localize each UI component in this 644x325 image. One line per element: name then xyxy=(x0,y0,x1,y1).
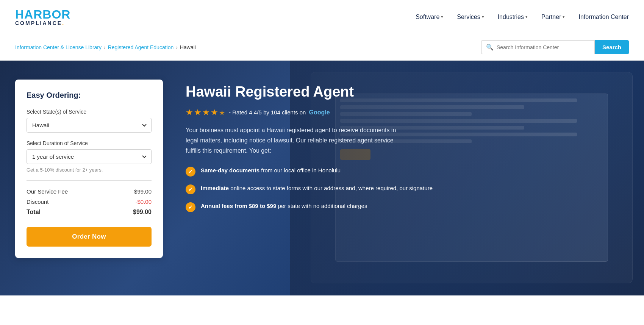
chevron-down-icon: ▾ xyxy=(482,14,484,19)
rating-stars: ★★★★★ xyxy=(186,108,226,117)
chevron-down-icon: ▾ xyxy=(525,14,528,19)
order-card: Easy Ordering: Select State(s) of Servic… xyxy=(15,80,163,258)
discount-note: Get a 5-10% discount for 2+ years. xyxy=(27,167,152,173)
breadcrumb-bar: Information Center & License Library › R… xyxy=(0,34,644,61)
top-nav: HARBOR COMPLIANCE. Software ▾ Services ▾… xyxy=(0,0,644,34)
total-value: $99.00 xyxy=(133,209,152,216)
state-label: Select State(s) of Service xyxy=(27,109,152,115)
check-icon-3 xyxy=(186,202,195,212)
check-icon-2 xyxy=(186,184,195,194)
service-fee-row: Our Service Fee $99.00 xyxy=(27,188,152,195)
nav-links: Software ▾ Services ▾ Industries ▾ Partn… xyxy=(416,14,629,20)
feature-list: Same-day documents from our local office… xyxy=(186,166,629,212)
check-icon-1 xyxy=(186,167,195,177)
total-row: Total $99.00 xyxy=(27,209,152,216)
service-fee-label: Our Service Fee xyxy=(27,188,68,195)
logo[interactable]: HARBOR COMPLIANCE. xyxy=(15,8,70,26)
hero-content: Hawaii Registered Agent ★★★★★ - Rated 4.… xyxy=(186,80,629,212)
feature-item-2: Immediate online access to state forms w… xyxy=(186,184,629,194)
order-now-button[interactable]: Order Now xyxy=(27,227,152,247)
search-field-wrap: 🔍 xyxy=(481,40,595,54)
chevron-down-icon: ▾ xyxy=(563,14,565,19)
breadcrumb: Information Center & License Library › R… xyxy=(15,44,196,50)
nav-industries[interactable]: Industries ▾ xyxy=(498,14,528,20)
nav-partner[interactable]: Partner ▾ xyxy=(541,14,565,20)
breadcrumb-reg-agent[interactable]: Registered Agent Education xyxy=(108,44,174,50)
breadcrumb-separator-1: › xyxy=(104,44,106,50)
breadcrumb-info-center[interactable]: Information Center & License Library xyxy=(15,44,102,50)
discount-row: Discount -$0.00 xyxy=(27,198,152,205)
nav-info-center[interactable]: Information Center xyxy=(578,14,629,20)
logo-compliance: COMPLIANCE. xyxy=(15,20,70,26)
duration-select[interactable]: 1 year of service xyxy=(27,149,152,164)
feature-text-1: Same-day documents from our local office… xyxy=(201,166,341,175)
nav-software[interactable]: Software ▾ xyxy=(416,14,443,20)
search-icon: 🔍 xyxy=(486,44,494,51)
hero-title: Hawaii Registered Agent xyxy=(186,83,629,101)
rating-text: - Rated 4.4/5 by 104 clients on xyxy=(229,109,306,116)
search-wrap: 🔍 Search xyxy=(481,40,629,54)
feature-item-1: Same-day documents from our local office… xyxy=(186,166,629,177)
total-label: Total xyxy=(27,209,41,216)
chevron-down-icon: ▾ xyxy=(441,14,443,19)
breadcrumb-separator-2: › xyxy=(176,44,178,50)
nav-services[interactable]: Services ▾ xyxy=(457,14,484,20)
service-fee-value: $99.00 xyxy=(134,188,152,195)
search-button[interactable]: Search xyxy=(595,40,629,54)
logo-harbor: HARBOR xyxy=(15,8,70,20)
state-select[interactable]: Hawaii xyxy=(27,118,152,133)
discount-label: Discount xyxy=(27,198,48,205)
breadcrumb-current: Hawaii xyxy=(180,44,196,50)
feature-text-3: Annual fees from $89 to $99 per state wi… xyxy=(201,202,367,211)
search-input[interactable] xyxy=(497,44,590,50)
feature-text-2: Immediate online access to state forms w… xyxy=(201,184,433,193)
duration-label: Select Duration of Service xyxy=(27,140,152,146)
hero-section: Easy Ordering: Select State(s) of Servic… xyxy=(0,61,644,295)
rating-row: ★★★★★ - Rated 4.4/5 by 104 clients on Go… xyxy=(186,108,629,117)
feature-item-3: Annual fees from $89 to $99 per state wi… xyxy=(186,202,629,212)
order-title: Easy Ordering: xyxy=(27,91,152,100)
hero-description: Your business must appoint a Hawaii regi… xyxy=(186,125,405,156)
google-link[interactable]: Google xyxy=(309,109,330,116)
card-divider xyxy=(27,180,152,181)
discount-value: -$0.00 xyxy=(135,198,152,205)
